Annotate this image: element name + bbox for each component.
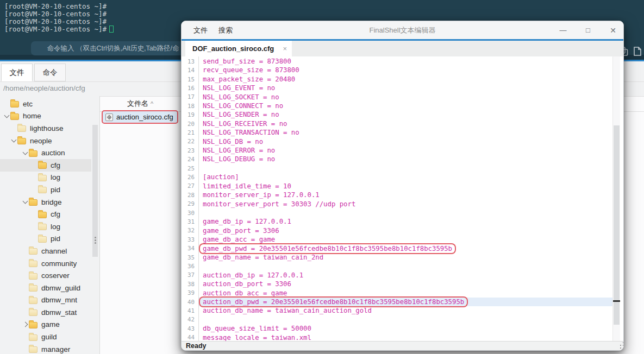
line-number: 19 <box>182 111 195 118</box>
editor-titlebar[interactable]: 文件 搜索 FinalShell文本编辑器 — □ ✕ <box>182 21 623 39</box>
maximize-button[interactable]: □ <box>582 26 594 34</box>
code-line-39[interactable]: 39auction_db_acc = game <box>182 289 612 298</box>
folder-icon <box>17 138 26 144</box>
paste-icon[interactable] <box>632 46 643 57</box>
code-line-35[interactable]: 35game_db_name = taiwan_cain_2nd <box>182 253 612 262</box>
file-list-header[interactable]: 文件名^ <box>100 97 180 110</box>
menu-search[interactable]: 搜索 <box>218 26 233 35</box>
tree-item-coserver[interactable]: coserver <box>0 269 91 282</box>
code-editor-area[interactable]: 13send_buf_size = 87380014recv_queue_siz… <box>182 56 623 341</box>
code-line-34[interactable]: 34game_db_pwd = 20e35501e56fcedbe8b10c1f… <box>182 244 612 253</box>
code-line-20[interactable]: 20NSL_LOG_RECEIVER = no <box>182 119 612 128</box>
minimize-button[interactable]: — <box>557 26 569 34</box>
chevron-placeholder <box>22 260 29 267</box>
code-line-38[interactable]: 38auction_db_port = 3306 <box>182 280 612 288</box>
code-line-14[interactable]: 14recv_queue_size = 873800 <box>182 66 612 74</box>
code-line-42[interactable]: 42 <box>182 315 612 324</box>
tree-item-guild[interactable]: guild <box>0 331 91 343</box>
code-text: NSL_LOG_RECEIVER = no <box>198 119 612 128</box>
tree-item-etc[interactable]: etc <box>0 98 91 110</box>
splitter-grip-icon[interactable] <box>95 237 96 238</box>
tree-item-log[interactable]: log <box>0 220 91 233</box>
tree-item-cfg[interactable]: cfg <box>0 208 91 220</box>
code-text: max_packet_size = 20480 <box>198 75 612 84</box>
editor-scrollbar[interactable] <box>612 56 620 341</box>
tree-item-community[interactable]: community <box>0 257 91 270</box>
code-line-17[interactable]: 17NSL_LOG_SOCKET = no <box>182 93 612 102</box>
tree-item-game[interactable]: game <box>0 319 91 331</box>
folder-tree: etchomelighthouseneopleauctioncfglogpidb… <box>0 98 91 354</box>
tab-files[interactable]: 文件 <box>1 64 33 81</box>
code-line-32[interactable]: 32game_db_port = 3306 <box>182 226 612 235</box>
close-button[interactable]: ✕ <box>607 26 619 35</box>
resize-grip-icon[interactable] <box>620 347 621 349</box>
code-line-43[interactable]: 43db_queue_size_limit = 50000 <box>182 324 612 333</box>
line-number: 13 <box>182 58 195 65</box>
tree-item-auction[interactable]: auction <box>0 147 91 159</box>
tree-item-dbmw_guild[interactable]: dbmw_guild <box>0 282 91 294</box>
panel-splitter[interactable] <box>99 96 100 354</box>
tree-item-pid[interactable]: pid <box>0 184 91 196</box>
code-line-26[interactable]: 26[auction] <box>182 173 612 181</box>
code-text: monitor_server_port = 30303 //udp port <box>198 200 612 208</box>
tree-item-dbmw_mnt[interactable]: dbmw_mnt <box>0 294 91 307</box>
tree-item-log[interactable]: log <box>0 172 91 184</box>
chevron-down-icon[interactable] <box>4 113 10 119</box>
file-item-auction-siroco[interactable]: auction_siroco.cfg <box>102 110 178 124</box>
tree-item-cfg[interactable]: cfg <box>0 159 91 172</box>
tab-commands[interactable]: 命令 <box>34 64 66 81</box>
terminal-output[interactable]: [root@VM-20-10-centos ~]#[root@VM-20-10-… <box>4 3 114 33</box>
code-line-33[interactable]: 33game_db_acc = game <box>182 235 612 244</box>
code-line-13[interactable]: 13send_buf_size = 873800 <box>182 57 612 66</box>
tree-item-channel[interactable]: channel <box>0 245 91 257</box>
editor-tab-active[interactable]: DOF_auction_siroco.cfg × <box>185 41 292 56</box>
chevron-placeholder <box>32 236 38 242</box>
code-text: auction_db_port = 3306 <box>198 280 612 288</box>
chevron-down-icon[interactable] <box>22 150 29 156</box>
chevron-placeholder <box>22 273 29 279</box>
code-line-31[interactable]: 31game_db_ip = 127.0.0.1 <box>182 217 612 226</box>
code-line-30[interactable]: 30 <box>182 208 612 217</box>
code-line-23[interactable]: 23NSL_LOG_ERROR = no <box>182 146 612 155</box>
code-line-22[interactable]: 22NSL_LOG_DB = no <box>182 137 612 146</box>
code-line-28[interactable]: 28monitor_server_ip = 127.0.0.1 <box>182 191 612 199</box>
code-line-37[interactable]: 37auction_db_ip = 127.0.0.1 <box>182 271 612 280</box>
code-line-44[interactable]: 44message_locale = taiwan.xml <box>182 333 612 341</box>
code-line-27[interactable]: 27limited_idle_time = 10 <box>182 182 612 191</box>
menu-file[interactable]: 文件 <box>193 26 208 35</box>
code-text: game_db_pwd = 20e35501e56fcedbe8b10c1f8b… <box>198 244 612 253</box>
tab-close-icon[interactable]: × <box>283 45 287 53</box>
code-line-18[interactable]: 18NSL_LOG_CONNECT = no <box>182 102 612 110</box>
chevron-placeholder <box>22 346 29 352</box>
editor-menubar: 文件 搜索 <box>193 21 233 39</box>
code-line-21[interactable]: 21NSL_LOG_TRANSACTION = no <box>182 128 612 137</box>
chevron-right-icon[interactable] <box>22 321 29 328</box>
tree-item-bridge[interactable]: bridge <box>0 196 91 208</box>
chevron-placeholder <box>22 334 29 340</box>
scrollbar-thumb[interactable] <box>614 125 620 325</box>
tree-item-dbmw_stat[interactable]: dbmw_stat <box>0 306 91 319</box>
editor-tabbar: DOF_auction_siroco.cfg × <box>182 41 623 56</box>
code-line-29[interactable]: 29monitor_server_port = 30303 //udp port <box>182 200 612 208</box>
password-highlight-box: game_db_pwd = 20e35501e56fcedbe8b10c1f8b… <box>200 244 455 253</box>
code-line-19[interactable]: 19NSL_LOG_SENDER = no <box>182 110 612 119</box>
command-input[interactable]: 命令输入 （双击Ctrl切换,Alt历史,Tab路径/命 <box>31 41 195 55</box>
terminal-prompt-line: [root@VM-20-10-centos ~]# <box>4 18 114 26</box>
tree-item-label: etc <box>23 100 33 108</box>
code-line-36[interactable]: 36 <box>182 262 612 270</box>
tree-item-pid[interactable]: pid <box>0 233 91 245</box>
tree-item-neople[interactable]: neople <box>0 135 91 147</box>
code-line-41[interactable]: 41auction_db_name = taiwan_cain_auction_… <box>182 306 612 315</box>
chevron-down-icon[interactable] <box>11 137 17 144</box>
tree-item-label: pid <box>51 235 60 243</box>
tree-item-manager[interactable]: manager <box>0 343 91 354</box>
chevron-down-icon[interactable] <box>22 199 29 205</box>
tree-item-home[interactable]: home <box>0 110 91 123</box>
code-line-24[interactable]: 24NSL_LOG_DEBUG = no <box>182 155 612 163</box>
code-line-16[interactable]: 16NSL_LOG_EVENT = no <box>182 84 612 92</box>
tree-item-lighthouse[interactable]: lighthouse <box>0 122 91 135</box>
code-line-25[interactable]: 25 <box>182 164 612 173</box>
command-input-hint: 命令输入 （双击Ctrl切换,Alt历史,Tab路径/命 <box>47 44 179 53</box>
code-line-40[interactable]: 40auction_db_pwd = 20e35501e56fcedbe8b10… <box>182 298 612 306</box>
code-line-15[interactable]: 15max_packet_size = 20480 <box>182 75 612 84</box>
